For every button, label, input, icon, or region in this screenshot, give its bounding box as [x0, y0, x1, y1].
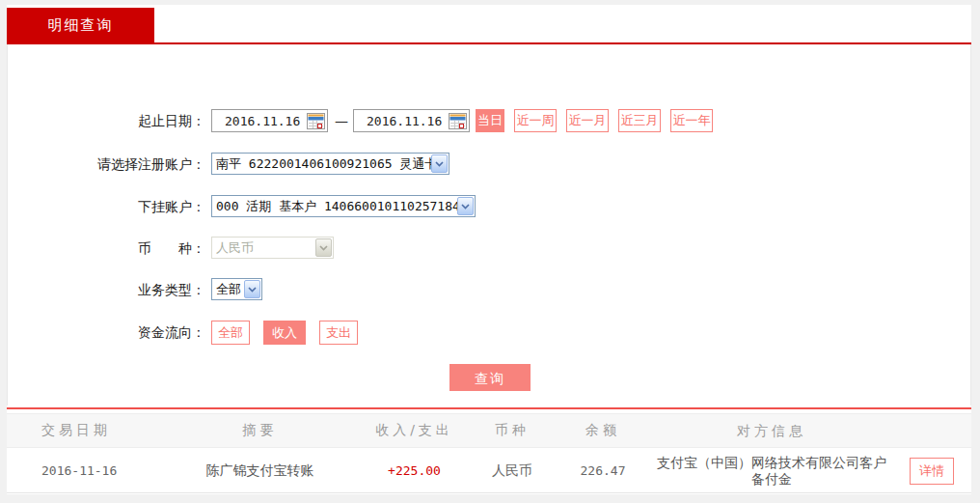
register-account-label: 请选择注册账户： [8, 153, 205, 176]
table-header-row: 交易日期 摘要 收入/支出 币种 余额 对方信息 [7, 413, 971, 448]
fund-flow-expense-button[interactable]: 支出 [319, 321, 358, 345]
start-date-input[interactable]: 2016.11.16 [211, 109, 328, 132]
fund-flow-all-button[interactable]: 全部 [211, 321, 250, 345]
date-range-label: 起止日期： [8, 109, 205, 132]
cell-balance: 226.47 [555, 463, 651, 478]
cell-currency: 人民币 [470, 462, 555, 480]
tab-detail-query[interactable]: 明细查询 [7, 8, 154, 42]
quick-range-week-button[interactable]: 近一周 [514, 109, 557, 132]
quick-range-quarter-button[interactable]: 近三月 [618, 109, 661, 132]
currency-value: 人民币 [216, 239, 254, 257]
header-currency: 币种 [470, 422, 555, 439]
currency-label: 币 种： [8, 237, 205, 260]
business-type-label: 业务类型： [8, 278, 205, 301]
quick-range-month-button[interactable]: 近一月 [566, 109, 609, 132]
chevron-down-icon [315, 238, 332, 257]
calendar-icon[interactable] [449, 113, 467, 132]
chevron-down-icon[interactable] [457, 197, 474, 215]
sub-account-value: 000 活期 基本户 1406600101102571848 [216, 198, 468, 215]
register-account-select[interactable]: 南平 6222001406100921065 灵通卡 [211, 153, 449, 175]
table-top-divider [7, 407, 971, 409]
chevron-down-icon[interactable] [431, 154, 448, 173]
content-panel: 明细查询 起止日期： 2016.11.16 [7, 5, 971, 494]
cell-counterparty: 支付宝（中国）网络技术有限公司客户备付金 [651, 455, 892, 488]
start-date-value: 2016.11.16 [225, 114, 300, 128]
currency-select: 人民币 [211, 237, 334, 259]
fund-flow-label: 资金流向： [8, 321, 205, 344]
calendar-icon[interactable] [307, 113, 325, 132]
end-date-input[interactable]: 2016.11.16 [353, 109, 470, 132]
cell-amount: +225.00 [359, 463, 470, 478]
chevron-down-icon[interactable] [244, 280, 260, 298]
query-form: 起止日期： 2016.11.16 — [7, 44, 971, 405]
business-type-select[interactable]: 全部 [211, 278, 262, 300]
quick-range-today-button[interactable]: 当日 [476, 109, 504, 132]
sub-account-label: 下挂账户： [8, 195, 205, 218]
business-type-value: 全部 [216, 281, 241, 298]
cell-summary: 陈广锦支付宝转账 [161, 462, 359, 480]
header-balance: 余额 [555, 422, 651, 439]
header-trade-date: 交易日期 [7, 422, 161, 439]
sub-account-select[interactable]: 000 活期 基本户 1406600101102571848 [211, 195, 476, 217]
quick-range-year-button[interactable]: 近一年 [670, 109, 713, 132]
header-counterparty: 对方信息 [651, 423, 892, 439]
query-button[interactable]: 查询 [449, 364, 531, 391]
header-income-expense: 收入/支出 [359, 422, 470, 439]
end-date-value: 2016.11.16 [367, 114, 442, 128]
date-range-separator: — [332, 109, 351, 132]
detail-button[interactable]: 详情 [910, 458, 954, 485]
table-row: 2016-11-16 陈广锦支付宝转账 +225.00 人民币 226.47 支… [7, 449, 971, 493]
register-account-value: 南平 6222001406100921065 灵通卡 [216, 155, 437, 173]
fund-flow-income-button[interactable]: 收入 [263, 321, 306, 345]
header-summary: 摘要 [161, 422, 359, 439]
cell-trade-date: 2016-11-16 [7, 463, 161, 478]
